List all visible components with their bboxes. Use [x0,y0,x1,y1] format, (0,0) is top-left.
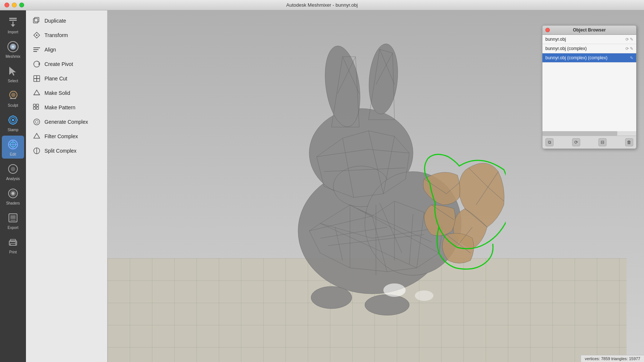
transform-label: Transform [44,32,68,38]
tool-print[interactable]: Print [2,233,24,256]
svg-rect-39 [33,49,39,50]
viewport[interactable]: Object Browser bunnyr.obj ⟳ ✎ bunnyr.obj… [108,10,644,362]
scrollbar[interactable] [542,131,636,136]
svg-point-54 [35,120,38,123]
object-browser-close-button[interactable] [545,28,550,32]
svg-rect-51 [33,107,36,109]
filter-complex-label: Filter Complex [44,133,78,139]
ob-item-icons-2: ✎ [630,56,633,60]
svg-marker-3 [11,24,15,27]
svg-rect-49 [33,104,36,106]
shaders-icon [6,187,20,200]
import-label: Import [8,30,18,34]
edit-menu: Duplicate Transform Align Create Pivot P [26,10,108,362]
filter-complex-icon [33,132,41,140]
menu-item-plane-cut[interactable]: Plane Cut [27,72,106,86]
bunny-mesh-svg [246,38,506,335]
menu-item-filter-complex[interactable]: Filter Complex [27,129,106,143]
window-controls[interactable] [4,3,24,7]
split-complex-label: Split Complex [44,148,76,154]
window-title: Autodesk Meshmixer - bunnyr.obj [286,2,358,8]
split-complex-icon [33,147,41,155]
menu-item-generate-complex[interactable]: Generate Complex [27,115,106,129]
statusbar: vertices: 7859 triangles: 15977 [581,355,644,362]
export-label: Export [8,226,19,230]
ob-item-label-1: bunnyr.obj (complex) [545,46,625,51]
svg-point-13 [12,119,14,121]
tool-select[interactable]: Select [2,62,24,85]
menu-item-create-pivot[interactable]: Create Pivot [27,57,106,71]
svg-point-23 [11,167,15,171]
svg-rect-38 [33,47,40,48]
object-browser-list: bunnyr.obj ⟳ ✎ bunnyr.obj (complex) ⟳ ✎ … [542,35,636,131]
svg-rect-52 [36,107,39,109]
stamp-icon [6,113,20,127]
stamp-label: Stamp [8,128,19,132]
svg-point-53 [34,119,40,125]
close-button[interactable] [4,3,9,7]
ob-refresh-button[interactable]: ⟳ [572,138,580,146]
print-icon [6,236,20,249]
tool-export[interactable]: Export [2,209,24,232]
object-browser-title: Object Browser [550,27,629,33]
duplicate-icon [33,17,41,25]
object-browser-footer: ⧉ ⟳ ⊟ 🗑 [542,136,636,149]
minimize-button[interactable] [12,3,17,7]
svg-point-132 [383,283,406,297]
maximize-button[interactable] [19,3,24,7]
tool-meshmix[interactable]: Meshmix [2,38,24,61]
svg-point-6 [12,46,14,48]
menu-item-split-complex[interactable]: Split Complex [27,144,106,158]
import-icon [6,16,20,29]
tool-edit[interactable]: Edit [2,136,24,159]
menu-item-make-solid[interactable]: Make Solid [27,86,106,100]
ob-delete-button[interactable]: 🗑 [625,138,633,146]
scrollbar-thumb[interactable] [542,131,617,136]
transform-icon [33,31,41,39]
ob-item-icons-1: ⟳ ✎ [625,46,633,51]
tool-sculpt[interactable]: Sculpt [2,87,24,110]
align-icon [33,46,41,54]
tool-import[interactable]: Import [2,13,24,36]
make-pattern-label: Make Pattern [44,104,75,110]
svg-rect-40 [33,51,37,52]
svg-rect-28 [10,215,16,219]
analysis-label: Analysis [6,177,20,181]
ob-copy-button[interactable]: ⊟ [598,138,607,146]
svg-rect-50 [36,104,39,106]
make-solid-icon [33,89,41,97]
svg-point-37 [36,34,37,36]
edit-label: Edit [10,152,16,156]
svg-rect-1 [9,20,17,21]
menu-item-align[interactable]: Align [27,43,106,57]
svg-rect-46 [37,79,40,82]
tool-analysis[interactable]: Analysis [2,160,24,183]
create-pivot-label: Create Pivot [44,61,73,67]
svg-rect-0 [9,18,17,19]
menu-item-duplicate[interactable]: Duplicate [27,14,106,28]
svg-point-63 [366,43,400,115]
tool-shaders[interactable]: Shaders [2,185,24,207]
meshmix-icon [6,40,20,53]
svg-point-133 [415,290,433,301]
ob-item-2[interactable]: bunnyr.obj (complex) (complex) ✎ [542,53,636,63]
svg-marker-55 [34,133,40,138]
select-label: Select [8,79,18,83]
export-icon [6,211,20,225]
object-browser-titlebar: Object Browser [542,26,636,35]
svg-point-10 [11,93,16,97]
align-label: Align [44,47,56,53]
svg-point-65 [311,286,352,309]
ob-item-0[interactable]: bunnyr.obj ⟳ ✎ [542,35,636,44]
menu-item-transform[interactable]: Transform [27,28,106,42]
svg-rect-34 [33,19,38,23]
ob-item-icons-0: ⟳ ✎ [625,37,633,42]
plane-cut-icon [33,74,41,83]
ob-duplicate-button[interactable]: ⧉ [545,138,554,146]
ob-item-1[interactable]: bunnyr.obj (complex) ⟳ ✎ [542,44,636,53]
menu-item-make-pattern[interactable]: Make Pattern [27,100,106,114]
select-icon [6,64,20,78]
make-pattern-icon [33,103,41,112]
tool-stamp[interactable]: Stamp [2,111,24,134]
edit-icon [6,138,20,151]
